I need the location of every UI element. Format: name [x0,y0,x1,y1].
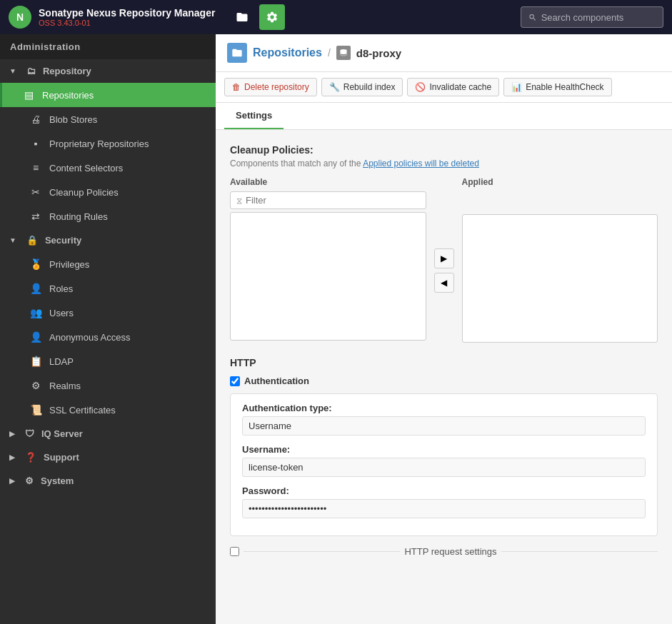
filter-input-wrap[interactable]: ⧖ [230,191,426,209]
sidebar-repository-label: Repository [43,66,91,76]
sidebar-item-roles[interactable]: 👤 Roles [0,276,216,301]
username-label: Username: [242,444,646,455]
chevron-right-icon-support: ▶ [9,453,15,461]
enable-healthcheck-button[interactable]: 📊 Enable HealthCheck [503,78,611,96]
sidebar-section-iq-server[interactable]: ▶ 🛡 IQ Server [0,422,216,446]
header-icons [229,4,285,30]
cleanup-policies-subtitle: Components that match any of the Applied… [230,158,658,168]
folder-icon: 🗂 [26,66,36,76]
search-bar[interactable] [521,6,663,28]
roles-icon: 👤 [29,283,42,294]
divider-line-2 [501,551,658,552]
auth-type-label: Authentication type: [242,403,646,413]
app-version: OSS 3.43.0-01 [39,19,215,27]
breadcrumb-repositories-link[interactable]: Repositories [253,46,322,59]
sidebar-item-blob-stores[interactable]: 🖨 Blob Stores [0,107,216,131]
http-title: HTTP [230,357,658,368]
breadcrumb-separator: / [328,47,331,59]
username-field: Username: license-token [242,444,646,477]
tab-settings[interactable]: Settings [224,103,284,129]
applied-policies-link[interactable]: Applied policies will be deleted [363,158,479,168]
password-value: •••••••••••••••••••••••• [242,499,646,518]
chevron-down-icon: ▼ [9,67,16,75]
sidebar-support-label: Support [44,452,79,463]
filter-icon: ⧖ [236,196,242,206]
blob-stores-icon: 🖨 [29,114,42,125]
sidebar-item-privileges[interactable]: 🏅 Privileges [0,252,216,276]
chevron-down-icon-security: ▼ [9,236,16,244]
sidebar-iq-server-label: IQ Server [41,428,83,439]
wrench-icon: 🔧 [329,82,340,92]
move-right-button[interactable]: ▶ [434,248,454,268]
http-request-checkbox[interactable] [230,547,239,556]
cleanup-policies-icon: ✂ [29,186,42,198]
delete-repository-button[interactable]: 🗑 Delete repository [224,78,317,96]
divider-line [244,551,400,552]
search-input[interactable] [541,12,656,23]
cleanup-layout: Available ⧖ ▶ ◀ Applied [230,177,658,343]
trash-icon: 🗑 [232,82,241,92]
sidebar-roles-label: Roles [49,283,73,294]
invalidate-icon: 🚫 [415,82,426,92]
invalidate-cache-label: Invalidate cache [429,82,491,92]
move-left-button[interactable]: ◀ [434,273,454,293]
settings-icon-btn[interactable] [259,4,285,30]
authentication-checkbox-row: Authentication [230,376,658,386]
browse-icon-btn[interactable] [229,4,255,30]
filter-input[interactable] [246,195,420,206]
toolbar: 🗑 Delete repository 🔧 Rebuild index 🚫 In… [216,72,672,103]
sidebar-item-anonymous-access[interactable]: 👤 Anonymous Access [0,325,216,349]
invalidate-cache-button[interactable]: 🚫 Invalidate cache [407,78,499,96]
ldap-icon: 📋 [29,356,42,367]
sidebar-item-content-selectors[interactable]: ≡ Content Selectors [0,156,216,180]
sidebar-item-ssl-certificates[interactable]: 📜 SSL Certificates [0,398,216,422]
breadcrumb-db-icon [336,46,351,60]
sidebar-cleanup-policies-label: Cleanup Policies [49,187,119,198]
password-field: Password: •••••••••••••••••••••••• [242,485,646,518]
applied-col: Applied [462,177,658,343]
auth-type-field: Authentication type: Username [242,403,646,436]
sidebar-ssl-label: SSL Certificates [49,405,116,416]
admin-label: Administration [0,34,216,59]
repositories-icon: ▤ [22,89,35,101]
sidebar-item-realms[interactable]: ⚙ Realms [0,373,216,398]
sidebar-item-repositories[interactable]: ▤ Repositories [0,83,216,107]
security-icon: 🔒 [26,235,38,246]
sidebar-item-users[interactable]: 👥 Users [0,301,216,325]
chevron-right-icon-system: ▶ [9,477,15,485]
healthcheck-icon: 📊 [511,82,522,92]
applied-list-box[interactable] [462,214,658,343]
sidebar-section-support[interactable]: ▶ ❓ Support [0,446,216,469]
users-icon: 👥 [29,307,42,318]
iq-server-icon: 🛡 [25,428,34,439]
sidebar-item-cleanup-policies[interactable]: ✂ Cleanup Policies [0,180,216,204]
available-col: Available ⧖ [230,177,426,343]
http-request-label[interactable]: HTTP request settings [404,546,496,557]
authentication-checkbox[interactable] [230,376,240,386]
chevron-right-icon-iq: ▶ [9,430,15,438]
settings-panel: Cleanup Policies: Components that match … [216,130,672,571]
sidebar-security-label: Security [45,235,81,246]
sidebar-item-ldap[interactable]: 📋 LDAP [0,349,216,373]
authentication-label[interactable]: Authentication [244,376,309,386]
sidebar-blob-stores-label: Blob Stores [49,114,97,125]
sidebar-item-proprietary[interactable]: ▪ Proprietary Repositories [0,131,216,156]
rebuild-index-label: Rebuild index [343,82,396,92]
system-icon: ⚙ [25,475,34,486]
breadcrumb-current-page: d8-proxy [356,47,401,59]
sidebar-section-repository[interactable]: ▼ 🗂 Repository [0,59,216,83]
sidebar-item-routing-rules[interactable]: ⇄ Routing Rules [0,204,216,228]
sidebar-section-system[interactable]: ▶ ⚙ System [0,469,216,493]
rebuild-index-button[interactable]: 🔧 Rebuild index [321,78,403,96]
http-request-row: HTTP request settings [230,546,658,557]
available-list-box[interactable] [230,212,426,341]
sidebar-content-selectors-label: Content Selectors [49,163,123,173]
cleanup-policies-section: Cleanup Policies: Components that match … [230,144,658,343]
proprietary-icon: ▪ [29,138,42,149]
tabs-bar: Settings [216,103,672,130]
sidebar: Administration ▼ 🗂 Repository ▤ Reposito… [0,34,216,624]
sidebar-section-security[interactable]: ▼ 🔒 Security [0,228,216,252]
routing-rules-icon: ⇄ [29,211,42,222]
cleanup-policies-title: Cleanup Policies: [230,144,658,156]
privileges-icon: 🏅 [29,258,42,270]
